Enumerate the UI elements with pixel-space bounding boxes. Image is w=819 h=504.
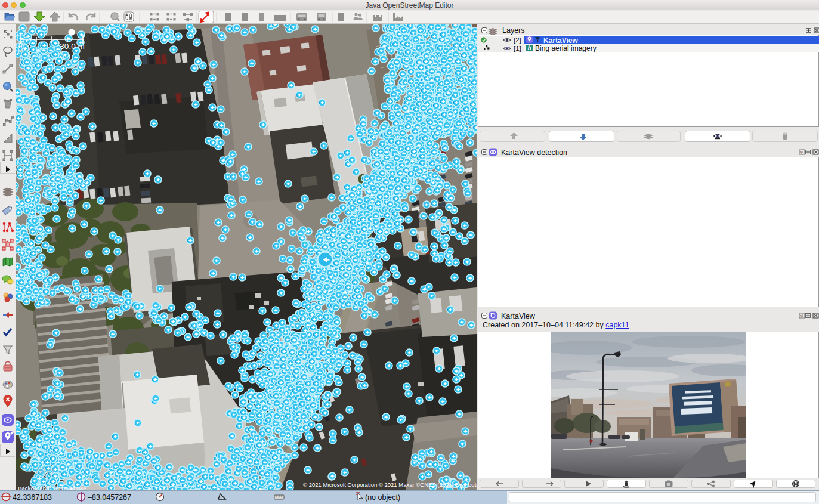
svg-text:KartaView: KartaView (501, 312, 536, 320)
svg-text:30.0 m: 30.0 m (60, 42, 84, 51)
svg-text:v: v (800, 314, 802, 318)
svg-text:KartaView detection: KartaView detection (501, 149, 567, 157)
svg-text:[2]: [2] (514, 36, 521, 44)
svg-text:© 2021 Microsoft Corporation ©: © 2021 Microsoft Corporation © 2021 Maxa… (303, 481, 477, 488)
svg-text:0: 0 (18, 42, 22, 50)
svg-text:Layers: Layers (502, 26, 525, 35)
svg-text:[1]: [1] (514, 45, 521, 52)
svg-text:Bing aerial imagery: Bing aerial imagery (535, 44, 597, 52)
svg-text:v: v (800, 150, 802, 154)
svg-text:Background: Terms of Use: Background: Terms of Use (18, 486, 86, 490)
svg-text:bing: bing (36, 466, 54, 476)
svg-text:KartaView: KartaView (543, 36, 578, 45)
svg-text:b: b (528, 44, 532, 51)
